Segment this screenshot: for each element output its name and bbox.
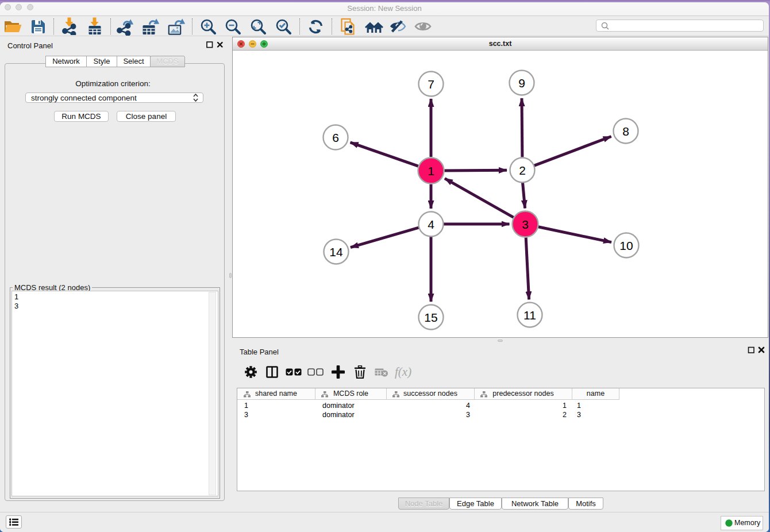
svg-text:7: 7 xyxy=(428,78,434,91)
svg-text:2: 2 xyxy=(519,164,526,177)
svg-text:3: 3 xyxy=(522,218,529,231)
svg-text:11: 11 xyxy=(523,309,536,322)
svg-text:15: 15 xyxy=(424,311,437,324)
svg-text:14: 14 xyxy=(329,245,343,259)
svg-text:9: 9 xyxy=(518,76,525,90)
svg-text:6: 6 xyxy=(332,131,339,144)
svg-text:8: 8 xyxy=(622,125,629,138)
svg-text:10: 10 xyxy=(619,239,633,252)
svg-text:1: 1 xyxy=(428,164,434,178)
svg-text:4: 4 xyxy=(428,218,434,231)
